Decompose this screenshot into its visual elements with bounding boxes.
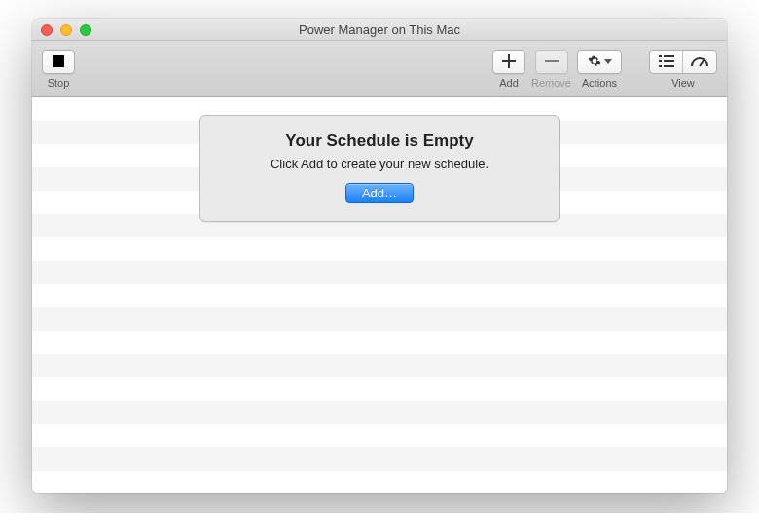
add-label: Add [499,77,519,89]
plus-icon [502,54,516,68]
toolbar: Stop Add Remove Actions [32,41,727,97]
svg-rect-4 [659,60,662,62]
empty-subtitle: Click Add to create your new schedule. [220,157,539,171]
gauge-icon [691,55,708,67]
minimize-window-button[interactable] [60,24,72,36]
add-tool-group: Add [492,50,525,89]
remove-button[interactable] [535,50,568,74]
view-gauge-button[interactable] [683,51,716,73]
svg-rect-2 [659,55,662,57]
stop-tool-group: Stop [42,50,75,89]
empty-title: Your Schedule is Empty [220,131,539,151]
view-label: View [671,77,695,89]
list-row [32,307,727,331]
app-window: Power Manager on This Mac Stop Add Remov… [32,19,727,493]
list-row [32,354,727,377]
stop-label: Stop [48,77,70,89]
list-row [32,261,727,284]
chevron-down-icon [604,59,612,64]
list-row [32,401,727,424]
svg-rect-1 [545,60,559,62]
close-window-button[interactable] [41,24,53,36]
remove-tool-group: Remove [531,50,571,89]
svg-rect-5 [664,60,674,62]
traffic-lights [32,24,91,36]
actions-tool-group: Actions [577,50,622,89]
stop-icon [53,55,64,67]
view-list-button[interactable] [650,51,683,73]
actions-label: Actions [582,77,617,89]
titlebar: Power Manager on This Mac [32,19,727,41]
svg-rect-0 [53,55,64,67]
empty-schedule-panel: Your Schedule is Empty Click Add to crea… [199,115,560,222]
add-schedule-button[interactable]: Add… [345,183,414,203]
remove-label: Remove [531,77,571,89]
svg-rect-6 [659,65,662,67]
view-tool-group: View [649,50,717,89]
content-area: Your Schedule is Empty Click Add to crea… [32,97,727,493]
add-button[interactable] [492,50,525,74]
actions-button[interactable] [577,50,622,74]
list-row [32,447,727,471]
svg-rect-3 [664,55,674,57]
window-title: Power Manager on This Mac [32,22,727,37]
svg-line-8 [700,59,705,66]
view-segment [649,50,717,74]
zoom-window-button[interactable] [80,24,91,36]
stop-button[interactable] [42,50,75,74]
minus-icon [545,54,559,68]
gear-icon [588,54,601,68]
list-icon [659,55,674,67]
svg-rect-7 [664,65,674,67]
